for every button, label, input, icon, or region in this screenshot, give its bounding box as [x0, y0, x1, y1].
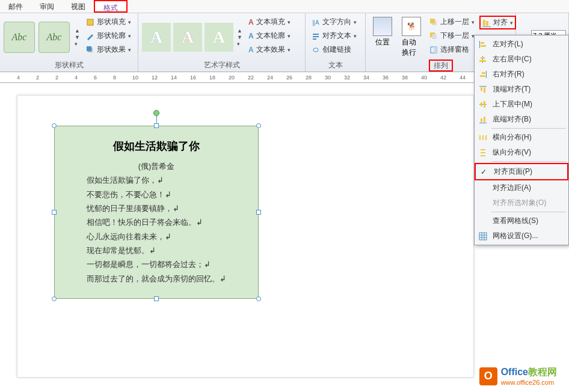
gallery-more-icon[interactable]: ▾ — [75, 41, 80, 47]
align-middle-v-label: 上下居中(M) — [493, 99, 532, 109]
create-link-button[interactable]: 创建链接 — [309, 43, 359, 56]
poem-line: 忧郁的日子里须要镇静，↲ — [87, 201, 226, 215]
shape-style-preview-2[interactable]: Abc — [38, 22, 70, 53]
resize-handle-nw[interactable] — [52, 123, 57, 128]
selection-pane-icon — [429, 46, 438, 54]
gallery-down-icon[interactable]: ▼ — [237, 34, 242, 40]
align-top-icon — [478, 85, 488, 94]
shape-outline-button[interactable]: 形状轮廓▾ — [84, 29, 134, 42]
svg-rect-5 — [313, 36, 319, 37]
tab-mail[interactable]: 邮件 — [0, 0, 31, 13]
poem-author: (俄)普希金 — [138, 159, 175, 173]
position-icon — [373, 17, 392, 36]
align-text-label: 对齐文本 — [322, 31, 351, 41]
position-button[interactable]: 位置 — [369, 16, 396, 59]
group-wordart-styles: A A A ▲ ▼ ▾ A 文本填充▾ A 文本轮廓▾ — [138, 13, 306, 72]
resize-handle-s[interactable] — [154, 296, 159, 301]
svg-rect-24 — [480, 75, 485, 77]
rotation-handle[interactable] — [153, 110, 159, 116]
wordart-preview-3[interactable]: A — [205, 23, 233, 52]
distribute-h-icon — [478, 133, 488, 142]
text-outline-button[interactable]: A 文本轮廓▾ — [246, 29, 293, 42]
gallery-up-icon[interactable]: ▲ — [237, 28, 242, 34]
svg-rect-16 — [479, 41, 480, 48]
align-top-item[interactable]: 顶端对齐(T) — [475, 82, 568, 97]
shape-style-preview-1[interactable]: Abc — [4, 22, 35, 53]
resize-handle-se[interactable] — [256, 296, 261, 301]
resize-handle-ne[interactable] — [256, 123, 261, 128]
wrap-text-button[interactable]: 🐕 自动换行 — [398, 16, 425, 59]
selected-shape[interactable]: 假如生活欺骗了你 (俄)普希金 假如生活欺骗了你，↲不要悲伤，不要心急！↲忧郁的… — [54, 126, 259, 299]
ruler-number: 42 — [440, 75, 446, 81]
svg-rect-27 — [484, 87, 485, 93]
resize-handle-n[interactable] — [154, 123, 159, 128]
align-left-label: 左对齐(L) — [493, 39, 523, 49]
align-top-label: 顶端对齐(T) — [493, 84, 531, 94]
text-direction-button[interactable]: ∥A 文字方向▾ — [309, 16, 359, 28]
align-button[interactable]: 对齐▾ — [479, 16, 516, 29]
bring-forward-label: 上移一层 — [440, 17, 469, 27]
align-right-item[interactable]: 右对齐(R) — [475, 67, 568, 82]
align-right-icon — [478, 70, 488, 79]
ruler-number: 34 — [363, 75, 369, 81]
distribute-v-item[interactable]: 纵向分布(V) — [475, 145, 568, 160]
ruler-number: 32 — [344, 75, 350, 81]
align-middle-v-item[interactable]: 上下居中(M) — [475, 97, 568, 112]
view-gridlines-item[interactable]: 查看网格线(S) — [475, 213, 568, 228]
gallery-up-icon[interactable]: ▲ — [75, 28, 80, 34]
align-center-h-label: 左右居中(C) — [493, 54, 532, 64]
align-left-item[interactable]: 左对齐(L) — [475, 37, 568, 52]
svg-rect-12 — [434, 47, 437, 53]
wordart-preview-1[interactable]: A — [142, 23, 171, 52]
align-to-page-label: 对齐页面(P) — [494, 167, 532, 177]
align-to-page-item[interactable]: 对齐页面(P) — [475, 163, 568, 180]
poem-line: 而那过去了的，就会成为亲切的回忆。↲ — [87, 272, 226, 286]
resize-handle-sw[interactable] — [52, 296, 57, 301]
text-outline-label: 文本轮廓 — [256, 31, 285, 41]
shape-effects-button[interactable]: 形状效果▾ — [84, 43, 134, 56]
paint-bucket-icon — [86, 18, 94, 26]
view-gridlines-label: 查看网格线(S) — [493, 216, 538, 226]
ruler-number: 40 — [421, 75, 427, 81]
tab-view[interactable]: 视图 — [63, 0, 94, 13]
shape-fill-button[interactable]: 形状填充▾ — [84, 16, 134, 28]
create-link-label: 创建链接 — [322, 44, 351, 55]
wordart-preview-2[interactable]: A — [173, 23, 202, 52]
svg-rect-4 — [313, 34, 319, 35]
text-effects-icon: A — [248, 46, 254, 54]
distribute-v-icon — [478, 148, 488, 158]
shape-textbox[interactable]: 假如生活欺骗了你 (俄)普希金 假如生活欺骗了你，↲不要悲伤，不要心急！↲忧郁的… — [54, 126, 259, 299]
tab-review[interactable]: 审阅 — [31, 0, 63, 13]
align-to-margin-item[interactable]: 对齐边距(A) — [475, 180, 568, 195]
svg-rect-35 — [482, 135, 484, 140]
distribute-h-item[interactable]: 横向分布(H) — [475, 130, 568, 145]
effects-icon — [86, 46, 94, 54]
page[interactable]: 假如生活欺骗了你 (俄)普希金 假如生活欺骗了你，↲不要悲伤，不要心急！↲忧郁的… — [17, 95, 474, 378]
group-label-text: 文本 — [309, 58, 361, 70]
text-fill-button[interactable]: A 文本填充▾ — [246, 16, 293, 28]
link-icon — [312, 46, 320, 54]
svg-rect-38 — [481, 152, 485, 153]
tab-format[interactable]: 格式 — [94, 0, 128, 13]
bring-forward-button[interactable]: 上移一层▾ — [427, 16, 477, 28]
resize-handle-e[interactable] — [256, 210, 261, 215]
gallery-down-icon[interactable]: ▼ — [75, 34, 80, 40]
text-outline-icon: A — [248, 32, 254, 40]
send-backward-button[interactable]: 下移一层▾ — [427, 29, 477, 42]
resize-handle-w[interactable] — [52, 210, 57, 215]
align-center-h-item[interactable]: 左右居中(C) — [475, 52, 568, 67]
align-selected-label: 对齐所选对象(O) — [493, 198, 546, 208]
text-effects-button[interactable]: A 文本效果▾ — [246, 43, 293, 56]
svg-rect-22 — [486, 71, 487, 78]
selection-pane-button[interactable]: 选择窗格 — [427, 43, 477, 56]
svg-rect-34 — [479, 135, 481, 140]
align-text-button[interactable]: 对齐文本▾ — [309, 29, 359, 42]
grid-settings-item[interactable]: 网格设置(G)... — [475, 228, 568, 243]
svg-rect-20 — [481, 57, 485, 59]
send-backward-icon — [429, 32, 438, 40]
watermark: O Office教程网 www.office26.com — [479, 366, 557, 386]
align-dropdown-menu: 左对齐(L) 左右居中(C) 右对齐(R) 顶端对齐(T) 上下居中(M) 底端… — [474, 35, 569, 245]
poem-line: 现在却常是忧郁。↲ — [87, 243, 226, 257]
align-bottom-item[interactable]: 底端对齐(B) — [475, 112, 568, 127]
gallery-more-icon[interactable]: ▾ — [237, 41, 242, 47]
